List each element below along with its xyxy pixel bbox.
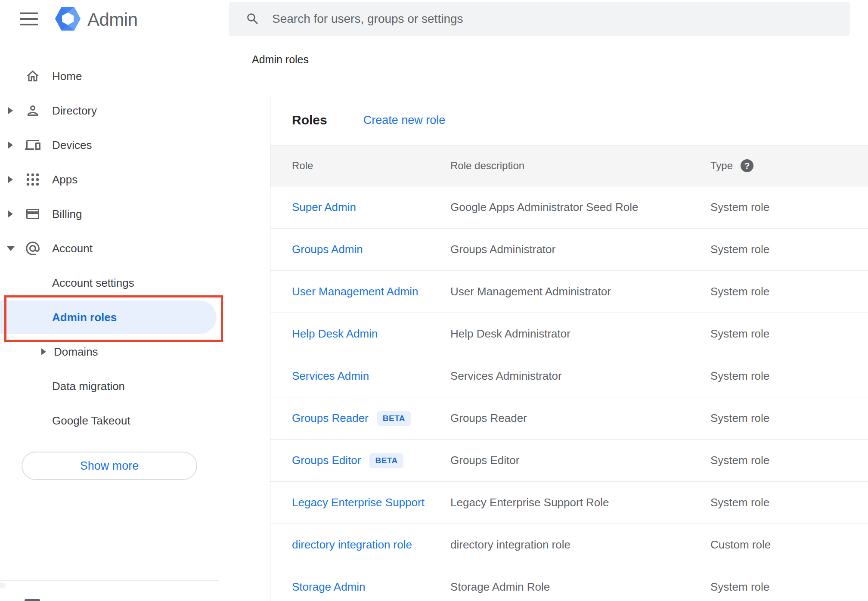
beta-badge: BETA — [369, 453, 403, 468]
roles-title: Roles — [292, 113, 327, 127]
column-header-role: Role — [270, 160, 450, 172]
table-row: Services Admin Services Administrator Sy… — [270, 355, 868, 397]
table-row: User Management Admin User Management Ad… — [270, 271, 868, 313]
expand-arrow-icon[interactable] — [8, 211, 13, 217]
table-row: Help Desk Admin Help Desk Administrator … — [270, 313, 868, 355]
roles-card: Roles Create new role Role Role descript… — [270, 95, 868, 601]
sidebar-item-label: Apps — [52, 173, 78, 186]
role-description: Groups Reader — [450, 412, 710, 425]
sidebar-item-billing[interactable]: Billing — [0, 197, 229, 231]
sidebar-item-label: Account — [52, 242, 93, 255]
role-type: System role — [710, 496, 868, 509]
sidebar-item-admin-roles[interactable]: Admin roles — [0, 300, 229, 335]
role-link[interactable]: Groups Editor — [292, 454, 361, 467]
credit-card-icon — [25, 206, 41, 222]
admin-hexagon-icon — [55, 7, 81, 32]
product-name: Admin — [87, 9, 138, 30]
sidebar-item-label: Devices — [52, 139, 92, 152]
breadcrumb-divider — [229, 76, 868, 76]
role-link[interactable]: Groups Admin — [292, 243, 363, 256]
sidebar-item-account-settings[interactable]: Account settings — [0, 266, 229, 300]
table-header-row: Role Role description Type ? — [270, 145, 868, 186]
expand-arrow-icon[interactable] — [41, 348, 46, 355]
show-more-button[interactable]: Show more — [22, 452, 197, 480]
table-row: Groups Editor BETA Groups Editor System … — [270, 440, 868, 482]
sidebar-item-domains[interactable]: Domains — [0, 335, 229, 369]
create-new-role-link[interactable]: Create new role — [363, 114, 446, 127]
table-row: directory integration role directory int… — [270, 524, 868, 566]
role-description: directory integration role — [450, 538, 710, 551]
devices-icon — [25, 137, 41, 153]
column-header-type: Type — [710, 160, 733, 172]
role-description: Services Administrator — [450, 369, 710, 383]
role-type: System role — [710, 285, 868, 298]
table-body: Super Admin Google Apps Administrator Se… — [270, 186, 868, 601]
admin-logo[interactable]: Admin — [55, 7, 138, 32]
help-icon[interactable]: ? — [741, 159, 753, 172]
expand-arrow-icon[interactable] — [8, 107, 13, 114]
sidebar-item-data-migration[interactable]: Data migration — [0, 369, 229, 403]
role-link[interactable]: Services Admin — [292, 369, 369, 383]
sidebar-item-account[interactable]: Account — [0, 231, 229, 266]
beta-badge: BETA — [377, 411, 411, 426]
column-header-description: Role description — [450, 160, 710, 172]
sidebar-item-label: Data migration — [52, 380, 125, 393]
sidebar-item-label: Admin roles — [52, 311, 117, 324]
sidebar-header: Admin — [0, 0, 229, 40]
expand-arrow-icon[interactable] — [8, 142, 13, 149]
sidebar-item-directory[interactable]: Directory — [0, 93, 229, 128]
hamburger-menu-button[interactable] — [20, 12, 38, 25]
role-link[interactable]: Groups Reader — [292, 412, 369, 425]
sidebar-item-label: Google Takeout — [52, 414, 130, 428]
collapse-arrow-icon[interactable] — [7, 246, 15, 251]
role-link[interactable]: Legacy Enterprise Support — [292, 496, 425, 509]
role-link[interactable]: directory integration role — [292, 538, 412, 551]
breadcrumb: Admin roles — [252, 53, 309, 66]
sidebar-item-label: Account settings — [52, 276, 134, 290]
role-description: Legacy Enterprise Support Role — [450, 496, 710, 509]
role-link[interactable]: Super Admin — [292, 201, 356, 214]
table-row: Super Admin Google Apps Administrator Se… — [270, 186, 868, 229]
sidebar-item-home[interactable]: Home — [0, 59, 229, 93]
role-link[interactable]: Help Desk Admin — [292, 327, 378, 341]
search-bar[interactable] — [229, 2, 850, 36]
sidebar-item-apps[interactable]: Apps — [0, 162, 229, 197]
role-description: Groups Editor — [450, 454, 710, 467]
role-link[interactable]: User Management Admin — [292, 285, 418, 298]
role-type: System role — [710, 454, 868, 467]
search-icon — [245, 12, 260, 26]
search-input[interactable] — [272, 6, 850, 32]
sidebar: Admin Home Directory — [0, 0, 229, 601]
table-row: Groups Reader BETA Groups Reader System … — [270, 397, 868, 440]
table-row: Storage Admin Storage Admin Role System … — [270, 566, 868, 601]
table-row: Legacy Enterprise Support Legacy Enterpr… — [270, 482, 868, 524]
sidebar-item-google-takeout[interactable]: Google Takeout — [0, 403, 229, 438]
clipped-bottom-icon — [25, 599, 40, 601]
sidebar-scroll-fragment — [0, 582, 6, 588]
role-type: Custom role — [710, 538, 868, 551]
role-description: Help Desk Administrator — [450, 327, 710, 341]
roles-card-header: Roles Create new role — [270, 95, 868, 145]
role-description: User Management Administrator — [450, 285, 710, 298]
role-type: System role — [710, 412, 868, 425]
role-type: System role — [710, 327, 868, 341]
person-icon — [25, 102, 41, 119]
sidebar-item-label: Billing — [52, 208, 82, 221]
sidebar-divider — [0, 580, 219, 581]
role-description: Storage Admin Role — [450, 580, 710, 594]
sidebar-nav: Home Directory Devices — [0, 59, 229, 438]
role-link[interactable]: Storage Admin — [292, 580, 366, 594]
role-type: System role — [710, 369, 868, 383]
role-type: System role — [710, 201, 868, 214]
sidebar-item-label: Domains — [54, 345, 98, 359]
sidebar-item-label: Home — [52, 70, 82, 83]
sidebar-item-devices[interactable]: Devices — [0, 128, 229, 162]
role-description: Google Apps Administrator Seed Role — [450, 201, 710, 214]
expand-arrow-icon[interactable] — [8, 176, 13, 183]
apps-grid-icon — [25, 171, 41, 188]
sidebar-item-label: Directory — [52, 104, 97, 118]
admin-console-page: Admin Home Directory — [0, 0, 868, 601]
home-icon — [25, 68, 41, 84]
at-sign-icon — [25, 240, 41, 257]
role-type: System role — [710, 243, 868, 256]
